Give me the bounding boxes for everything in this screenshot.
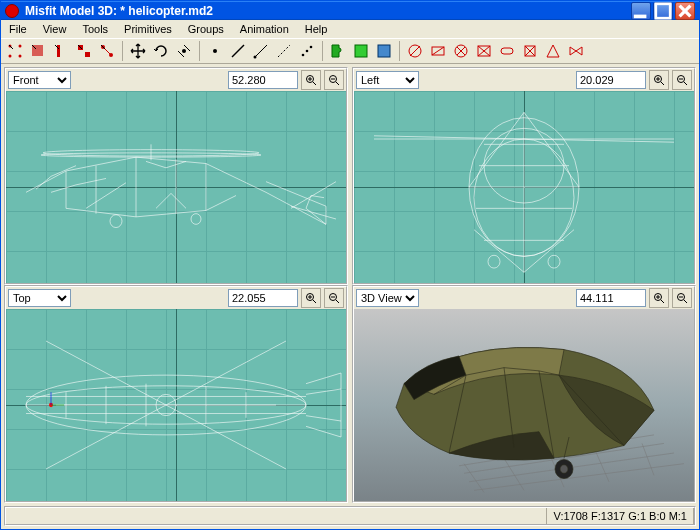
view-select-b[interactable]: FrontLeftTop3D ViewBackRightBottom	[356, 71, 419, 89]
zoom-out-b-icon[interactable]	[672, 70, 692, 90]
svg-rect-1	[656, 3, 670, 17]
select-verts-icon[interactable]	[5, 41, 25, 61]
svg-point-42	[110, 215, 122, 228]
svg-line-59	[313, 300, 316, 303]
rect-x-icon[interactable]	[474, 41, 494, 61]
viewport-left[interactable]	[354, 91, 694, 283]
svg-line-76	[684, 300, 687, 303]
svg-line-45	[661, 82, 664, 85]
bowtie-icon[interactable]	[566, 41, 586, 61]
box-blue-icon[interactable]	[374, 41, 394, 61]
select-conn-icon[interactable]	[97, 41, 117, 61]
svg-rect-30	[501, 48, 513, 54]
zoom-in-d-icon[interactable]	[649, 288, 669, 308]
view-select-a[interactable]: FrontLeftTop3D ViewBackRightBottom	[8, 71, 71, 89]
svg-point-56	[488, 256, 500, 269]
svg-rect-23	[378, 45, 390, 57]
svg-point-14	[213, 49, 217, 53]
toolbar	[1, 39, 699, 64]
menu-file[interactable]: File	[1, 20, 35, 38]
capsule-icon[interactable]	[497, 41, 517, 61]
triangle-icon[interactable]	[543, 41, 563, 61]
svg-point-79	[560, 465, 568, 474]
svg-point-57	[548, 256, 560, 269]
menu-tools[interactable]: Tools	[74, 20, 116, 38]
svg-point-19	[302, 54, 305, 57]
svg-line-25	[410, 46, 420, 56]
view-value-c[interactable]	[228, 289, 298, 307]
circle-x-icon[interactable]	[451, 41, 471, 61]
minimize-button[interactable]	[631, 2, 651, 20]
dashed-tool-icon[interactable]	[274, 41, 294, 61]
svg-point-3	[19, 45, 22, 48]
viewport-top[interactable]	[6, 309, 346, 501]
svg-rect-9	[85, 52, 90, 57]
app-icon	[5, 4, 19, 18]
view-value-a[interactable]	[228, 71, 298, 89]
workspace: FrontLeftTop3D ViewBackRightBottom	[1, 64, 699, 506]
menu-view[interactable]: View	[35, 20, 75, 38]
menu-primitives[interactable]: Primitives	[116, 20, 180, 38]
svg-rect-0	[634, 14, 647, 18]
svg-point-20	[306, 50, 309, 53]
close-button[interactable]	[675, 2, 695, 20]
window-title: Misfit Model 3D: * helicopter.md2	[25, 4, 631, 18]
status-info: V:1708 F:1317 G:1 B:0 M:1	[547, 508, 694, 524]
status-main	[6, 508, 547, 524]
svg-line-15	[232, 45, 244, 57]
view-select-d[interactable]: FrontLeftTop3D ViewBackRightBottom	[356, 289, 419, 307]
view-panel-top: FrontLeftTop3D ViewBackRightBottom	[4, 285, 348, 503]
svg-line-33	[313, 82, 316, 85]
svg-line-72	[661, 300, 664, 303]
svg-line-16	[255, 45, 267, 57]
svg-point-5	[19, 55, 22, 58]
rect-slash-icon[interactable]	[428, 41, 448, 61]
svg-point-21	[310, 46, 313, 49]
rotate-tool-icon[interactable]	[151, 41, 171, 61]
view-select-c[interactable]: FrontLeftTop3D ViewBackRightBottom	[8, 289, 71, 307]
viewport-front[interactable]	[6, 91, 346, 283]
view-panel-front: FrontLeftTop3D ViewBackRightBottom	[4, 67, 348, 285]
dot-tool-icon[interactable]	[205, 41, 225, 61]
circle-slash-icon[interactable]	[405, 41, 425, 61]
square-x-icon[interactable]	[520, 41, 540, 61]
view-value-d[interactable]	[576, 289, 646, 307]
svg-point-4	[9, 55, 12, 58]
svg-point-13	[182, 49, 186, 53]
puzzle-tool-icon[interactable]	[328, 41, 348, 61]
svg-line-37	[336, 82, 339, 85]
view-panel-left: FrontLeftTop3D ViewBackRightBottom	[352, 67, 696, 285]
points-tool-icon[interactable]	[297, 41, 317, 61]
zoom-out-c-icon[interactable]	[324, 288, 344, 308]
select-faces-icon[interactable]	[28, 41, 48, 61]
menu-help[interactable]: Help	[297, 20, 336, 38]
menu-groups[interactable]: Groups	[180, 20, 232, 38]
zoom-in-b-icon[interactable]	[649, 70, 669, 90]
move-tool-icon[interactable]	[128, 41, 148, 61]
statusbar: V:1708 F:1317 G:1 B:0 M:1	[4, 506, 696, 526]
zoom-in-c-icon[interactable]	[301, 288, 321, 308]
select-loop-icon[interactable]	[51, 41, 71, 61]
select-group-icon[interactable]	[74, 41, 94, 61]
svg-line-18	[278, 45, 290, 57]
menubar: File View Tools Primitives Groups Animat…	[1, 20, 699, 39]
zoom-out-a-icon[interactable]	[324, 70, 344, 90]
view-value-b[interactable]	[576, 71, 646, 89]
zoom-in-a-icon[interactable]	[301, 70, 321, 90]
svg-line-49	[684, 82, 687, 85]
zoom-out-d-icon[interactable]	[672, 288, 692, 308]
svg-point-43	[191, 214, 201, 225]
maximize-button[interactable]	[653, 2, 673, 20]
scale-tool-icon[interactable]	[174, 41, 194, 61]
view-panel-3d: FrontLeftTop3D ViewBackRightBottom	[352, 285, 696, 503]
pencil-tool-icon[interactable]	[251, 41, 271, 61]
svg-line-63	[336, 300, 339, 303]
box-green-icon[interactable]	[351, 41, 371, 61]
titlebar: Misfit Model 3D: * helicopter.md2	[1, 1, 699, 20]
viewport-3d[interactable]	[354, 309, 694, 501]
svg-rect-22	[355, 45, 367, 57]
menu-animation[interactable]: Animation	[232, 20, 297, 38]
svg-line-27	[432, 47, 444, 55]
line-tool-icon[interactable]	[228, 41, 248, 61]
svg-point-17	[254, 56, 257, 59]
